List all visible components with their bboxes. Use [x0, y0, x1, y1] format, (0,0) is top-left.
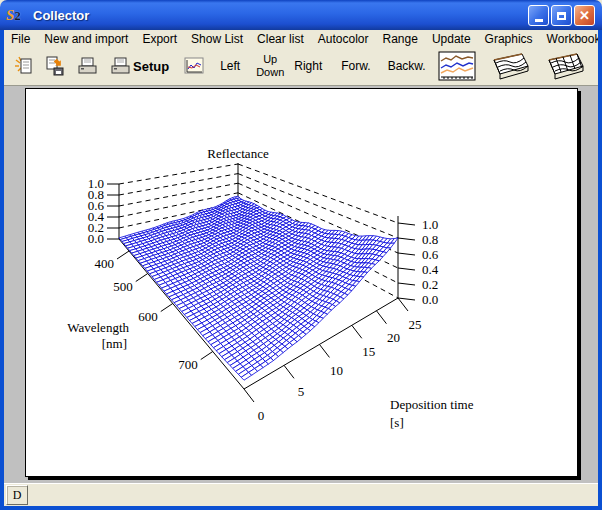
small-chart-icon [183, 56, 205, 76]
down-label: Down [256, 66, 284, 79]
plot-client-area: 0.00.20.40.60.81.00.00.20.40.60.81.04005… [4, 86, 598, 483]
menu-item-graphics[interactable]: Graphics [478, 32, 540, 46]
menu-item-range[interactable]: Range [376, 32, 425, 46]
maximize-button[interactable] [551, 5, 572, 26]
app-window: S2 Collector ✕ FileNew and importExportS… [0, 0, 602, 510]
print-icon [77, 56, 98, 76]
surface-grid-icon [541, 50, 585, 82]
menu-item-update[interactable]: Update [425, 32, 478, 46]
time-tick-label: 10 [330, 363, 343, 378]
window-title: Collector [33, 8, 89, 23]
title-bar[interactable]: S2 Collector ✕ [0, 0, 602, 30]
status-d-button[interactable]: D [6, 485, 28, 505]
z-tick-label-right: 0.6 [422, 247, 439, 262]
minimize-button[interactable] [528, 5, 549, 26]
z-tick-label-right: 1.0 [422, 217, 438, 232]
surface-grid-view-button[interactable] [540, 49, 586, 83]
z-tick-label-right: 0.4 [422, 262, 439, 277]
z-tick-label-right: 0.0 [422, 292, 438, 307]
minimize-icon [535, 19, 543, 22]
backward-label: Backw. [388, 59, 426, 73]
window-border [0, 506, 602, 510]
reflectance-mesh [119, 196, 398, 380]
forward-label: Forw. [341, 59, 370, 73]
surface-plot: 0.00.20.40.60.81.00.00.20.40.60.81.04005… [26, 89, 577, 476]
window-border [0, 30, 4, 510]
z-tick-label-right: 0.2 [422, 277, 438, 292]
time-axis-unit: [s] [390, 415, 404, 430]
app-icon[interactable]: S2 [6, 5, 28, 25]
new-document-button[interactable] [14, 56, 34, 76]
wavelength-axis-unit: [nm] [102, 336, 127, 351]
toolbar: Setup Left Up Down Right Forw. Backw. [4, 47, 598, 86]
forward-button[interactable]: Forw. [341, 59, 370, 73]
menu-item-workbook[interactable]: Workbook [540, 32, 602, 46]
surface-plot-icon [486, 50, 530, 82]
new-document-icon [14, 56, 34, 76]
print-setup-icon [110, 56, 131, 76]
left-label: Left [220, 59, 240, 73]
surface-view-button[interactable] [485, 49, 531, 83]
time-tick-label: 5 [298, 384, 305, 399]
line-chart-icon [438, 51, 476, 81]
left-button[interactable]: Left [220, 59, 240, 73]
export-save-icon [45, 56, 66, 76]
time-tick-label: 0 [258, 408, 265, 423]
time-tick-label: 20 [387, 330, 400, 345]
wavelength-tick-label: 600 [138, 309, 158, 324]
right-label: Right [294, 59, 322, 73]
export-save-button[interactable] [45, 56, 66, 76]
backward-button[interactable]: Backw. [388, 59, 426, 73]
plot-canvas: 0.00.20.40.60.81.00.00.20.40.60.81.04005… [25, 88, 578, 477]
time-tick-label: 15 [362, 344, 375, 359]
wavelength-tick-label: 500 [113, 279, 133, 294]
graph-settings-button[interactable] [183, 56, 205, 76]
print-setup-label: Setup [133, 59, 169, 74]
menu-item-clear-list[interactable]: Clear list [250, 32, 311, 46]
window-border [598, 30, 602, 510]
menu-item-export[interactable]: Export [135, 32, 184, 46]
maximize-icon [557, 12, 566, 20]
wavelength-axis-label: Wavelength [67, 320, 129, 335]
time-axis-label: Deposition time [390, 397, 474, 412]
print-button[interactable] [77, 56, 98, 76]
menu-item-show-list[interactable]: Show List [184, 32, 250, 46]
close-button[interactable]: ✕ [574, 5, 595, 26]
status-bar: D [4, 483, 598, 506]
print-setup-button[interactable]: Setup [110, 56, 169, 76]
plot-title: Reflectance [207, 146, 269, 161]
up-down-button[interactable]: Up Down [256, 53, 284, 78]
right-button[interactable]: Right [294, 59, 322, 73]
up-label: Up [263, 53, 277, 66]
left-z-axis [107, 184, 119, 239]
wavelength-tick-label: 400 [95, 256, 115, 271]
menu-item-file[interactable]: File [4, 32, 37, 46]
z-tick-label-right: 0.8 [422, 232, 438, 247]
menu-item-new-and-import[interactable]: New and import [37, 32, 135, 46]
line-chart-view-button[interactable] [437, 50, 477, 82]
menu-item-autocolor[interactable]: Autocolor [311, 32, 376, 46]
time-tick-label: 25 [409, 317, 422, 332]
right-z-axis [398, 216, 415, 300]
wavelength-tick-label: 700 [178, 357, 198, 372]
z-tick-label-left: 1.0 [88, 176, 104, 191]
menu-bar: FileNew and importExportShow ListClear l… [4, 30, 598, 47]
